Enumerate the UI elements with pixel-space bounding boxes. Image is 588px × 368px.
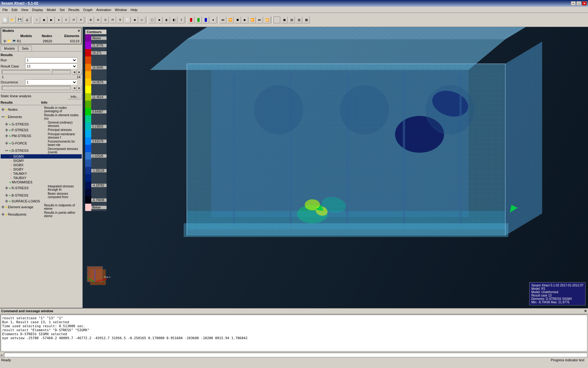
menu-window[interactable]: Window: [113, 7, 129, 12]
occurrence-select[interactable]: 1: [25, 79, 77, 85]
tree-item-b-stress[interactable]: ➕ ● B-STRESS Beam stresses computed from: [1, 192, 82, 199]
tree-item-sigmy[interactable]: → SIGMY: [1, 159, 82, 163]
menu-display[interactable]: Display: [30, 7, 45, 12]
models-close-button[interactable]: ✕: [77, 29, 80, 33]
overlay-app-version: Sesam Xtract 5.1-02 2017-01-20 12:37: [531, 284, 583, 287]
tb-pan[interactable]: ✞: [117, 17, 123, 23]
tree-item-g-force[interactable]: ➕ ● G-FORCE Forces/moments for beam ele: [1, 140, 82, 147]
tb-anim-play[interactable]: ▶: [242, 17, 248, 23]
p-stress-label: P-STRESS: [12, 128, 28, 132]
tree-item-elements[interactable]: ➖ ■ Elements Results in element nodes (n…: [1, 113, 82, 121]
tb-open[interactable]: 📂: [9, 17, 16, 23]
legend-color-18: [85, 174, 91, 182]
occurrence-slider-prev[interactable]: ◄: [72, 86, 77, 90]
arrow-sigbx-icon: →: [9, 163, 13, 167]
cmd-line-0: result selectcase "1" "13" "1": [2, 316, 586, 320]
tree-item-mvonmises[interactable]: ● MVONMISES: [1, 180, 82, 184]
tb-anim-back[interactable]: ⏪: [227, 17, 234, 23]
tb-btn10[interactable]: ◧: [171, 17, 177, 23]
mesh-canvas[interactable]: [83, 27, 588, 308]
legend-color-13: [85, 137, 91, 145]
tree-item-sigmx[interactable]: → SIGMX: [1, 154, 82, 159]
tree-item-surface-loads[interactable]: ➕ ● SURFACE-LOADS: [1, 199, 82, 203]
menu-view[interactable]: View: [19, 7, 30, 12]
tree-item-p-stress[interactable]: ➕ ● P-STRESS Principal stresses: [1, 128, 82, 132]
tree-item-d-stress[interactable]: ➖ ● D-STRESS Decomposed stresses (memb: [1, 147, 82, 154]
tb-btn8[interactable]: ■: [131, 17, 138, 23]
menu-set[interactable]: Set: [58, 7, 66, 12]
tb-zoom-out[interactable]: ⊖: [95, 17, 101, 23]
close-button[interactable]: ✕: [582, 1, 587, 6]
tree-item-element-average[interactable]: ➕ ■ Element average Results in midpoints…: [1, 203, 82, 211]
slider-prev[interactable]: ◄: [72, 70, 77, 75]
tb-anim-end[interactable]: ⏭: [256, 17, 263, 23]
tb-btn16[interactable]: ▥: [296, 17, 302, 23]
tree-item-taubxy[interactable]: → TAUBXY: [1, 176, 82, 180]
tb-btn17[interactable]: ▦: [303, 17, 310, 23]
model-row[interactable]: ➕ 📁 💻 R1 29620 53119: [2, 39, 81, 43]
command-window-close[interactable]: ✕: [584, 309, 587, 313]
tb-btn11[interactable]: ⇳: [178, 17, 185, 23]
tb-anim-fwd[interactable]: ⏩: [249, 17, 256, 23]
tree-item-g-stress[interactable]: ➕ ● G-STRESS General (ordinary) stresses: [1, 121, 82, 128]
tb-btn14[interactable]: ▣: [281, 17, 288, 23]
menu-file[interactable]: File: [1, 7, 10, 12]
tb-anim-stop[interactable]: ⏹: [234, 17, 241, 23]
slider-thumb[interactable]: [50, 70, 52, 75]
tb-new[interactable]: 📄: [2, 17, 8, 23]
tb-wireframe[interactable]: ▢: [149, 17, 155, 23]
tb-zoom-fit[interactable]: ⊙: [102, 17, 109, 23]
tb-btn13[interactable]: [273, 17, 280, 23]
tb-btn3[interactable]: ▶: [48, 17, 55, 23]
menu-model[interactable]: Model: [45, 7, 58, 12]
occurrence-slider-track[interactable]: [2, 86, 71, 90]
legend-val-13: 3.63179: [91, 140, 107, 143]
tb-anim-loop[interactable]: 🔁: [264, 17, 270, 23]
menu-help[interactable]: Help: [129, 7, 139, 12]
tb-btn7[interactable]: ✕: [77, 17, 84, 23]
menu-animation[interactable]: Animation: [94, 7, 113, 12]
tb-anim-start[interactable]: ⏮: [220, 17, 226, 23]
tab-sets[interactable]: Sets: [18, 46, 32, 51]
occurrence-slider-next[interactable]: ►: [77, 86, 82, 90]
tb-shaded[interactable]: ◐: [163, 17, 170, 23]
tb-rotate[interactable]: ⟳: [109, 17, 116, 23]
result-case-select[interactable]: 13: [25, 63, 77, 69]
tree-item-r-stress[interactable]: ➕ ● R-STRESS Integrated stresses through…: [1, 184, 82, 192]
tb-btn6[interactable]: ↺: [70, 17, 77, 23]
tb-btn12[interactable]: ●: [210, 17, 217, 23]
tb-solid[interactable]: ■: [156, 17, 163, 23]
tb-color3[interactable]: █: [202, 17, 209, 23]
tree-item-taumxy[interactable]: → TAUMXY: [1, 171, 82, 176]
minimize-button[interactable]: –: [571, 1, 576, 6]
tb-btn4[interactable]: ●: [55, 17, 62, 23]
info-button[interactable]: Info...: [68, 94, 82, 99]
tb-btn2[interactable]: ◆: [41, 17, 47, 23]
tb-btn9[interactable]: ▷: [139, 17, 145, 23]
elements-label: Elements: [8, 115, 22, 119]
tree-item-resultpoints[interactable]: ➕ ■ Resultpoints Results in points withi…: [1, 211, 82, 218]
tb-btn15[interactable]: ▤: [288, 17, 295, 23]
legend-color-17: [85, 167, 91, 174]
tree-item-nodes[interactable]: ➕ ■ Nodes Results in nodes (averaging of: [1, 106, 82, 113]
tb-print[interactable]: 🖨: [24, 17, 30, 23]
tb-color1[interactable]: █: [188, 17, 194, 23]
tb-btn1[interactable]: □: [33, 17, 40, 23]
tb-zoom-in[interactable]: ⊕: [87, 17, 94, 23]
menu-edit[interactable]: Edit: [10, 7, 19, 12]
tb-select[interactable]: ⬜: [124, 17, 131, 23]
run-select[interactable]: 1: [25, 57, 77, 63]
maximize-button[interactable]: □: [576, 1, 581, 6]
tb-color2[interactable]: █: [195, 17, 202, 23]
slider-next[interactable]: ►: [77, 70, 82, 75]
tree-item-sigby[interactable]: → SIGBY: [1, 167, 82, 171]
menu-results[interactable]: Results: [66, 7, 81, 12]
tree-item-pm-stress[interactable]: ➕ ● PM-STRESS Principal membrane stresse…: [1, 132, 82, 140]
tb-btn5[interactable]: ≡: [63, 17, 70, 23]
tab-models[interactable]: Models: [1, 46, 18, 51]
viewport[interactable]: Contours Above 21.8776 19.271: [83, 27, 588, 308]
menu-graph[interactable]: Graph: [81, 7, 95, 12]
tb-save[interactable]: 💾: [16, 17, 23, 23]
tree-item-sigbx[interactable]: → SIGBX: [1, 163, 82, 167]
slider-track[interactable]: [2, 70, 71, 74]
